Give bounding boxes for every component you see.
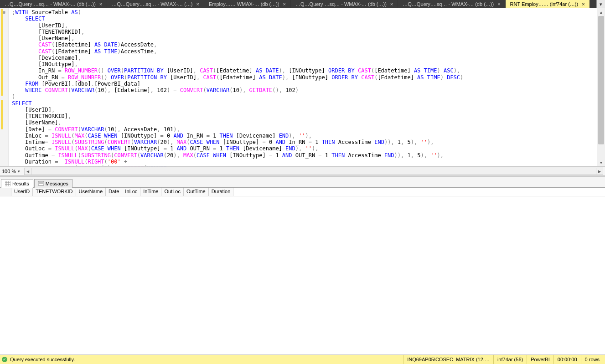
column-header[interactable]: InLoc (122, 188, 140, 196)
close-icon[interactable]: × (99, 1, 102, 7)
results-tabs: Results Messages (0, 177, 605, 188)
document-tab[interactable]: …Q…Query….sq… - WMAX-… (db (…))× (0, 0, 107, 8)
scroll-down-icon[interactable]: ▼ (597, 159, 605, 166)
tab-messages[interactable]: Messages (34, 179, 72, 188)
close-icon[interactable]: × (390, 1, 393, 7)
sql-editor[interactable]: ⊟ ;WITH SourceTable AS( SELECT [UserID],… (0, 8, 605, 167)
close-icon[interactable]: × (497, 1, 500, 7)
status-server: INQ69AP05\COSEC_MATRIX (12.… (403, 355, 493, 364)
column-header[interactable]: TENETWORKID (33, 188, 76, 196)
results-grid-body[interactable] (0, 196, 605, 354)
editor-footer: 100 %▼ ◀ ▶ (0, 167, 605, 175)
results-grid-header: UserID TENETWORKID UserName Date InLoc I… (0, 188, 605, 196)
close-icon[interactable]: × (196, 1, 199, 7)
chevron-down-icon: ▼ (17, 169, 21, 174)
vertical-scrollbar[interactable]: ▲ ▼ (597, 8, 605, 166)
fold-toggle-icon[interactable]: ⊟ (3, 9, 5, 15)
svg-rect-0 (5, 181, 10, 186)
document-tab-active[interactable]: RNT Employ…… (inf74ar (…))× (506, 0, 590, 8)
document-tab[interactable]: …Q…Query….sq… - WMAX-… (db (…))× (398, 0, 505, 8)
column-header[interactable]: UserName (76, 188, 106, 196)
column-header[interactable]: Duration (209, 188, 234, 196)
scroll-left-icon[interactable]: ◀ (25, 168, 31, 174)
grid-icon (5, 181, 10, 186)
column-header[interactable]: OutLoc (161, 188, 183, 196)
column-header[interactable]: OutTime (184, 188, 209, 196)
status-elapsed: 00:00:00 (553, 355, 581, 364)
document-tabbar: …Q…Query….sq… - WMAX-… (db (…))× …Q…Quer… (0, 0, 605, 8)
status-database: PowerBI (527, 355, 553, 364)
scroll-right-icon[interactable]: ▶ (596, 168, 603, 174)
messages-icon (38, 181, 44, 186)
column-header[interactable]: InTime (140, 188, 161, 196)
close-icon[interactable]: × (283, 1, 286, 7)
document-tab[interactable]: …Q…Query….sq… - WMAX-… (…)× (107, 0, 204, 8)
scrollbar-thumb[interactable] (598, 16, 604, 144)
column-header[interactable]: UserID (11, 188, 33, 196)
status-message: Query executed successfully. (10, 357, 75, 362)
close-icon[interactable]: × (582, 1, 584, 7)
tab-overflow-button[interactable]: ▾ (596, 0, 605, 8)
tab-results[interactable]: Results (1, 179, 33, 188)
scroll-up-icon[interactable]: ▲ (597, 8, 605, 16)
document-tab[interactable]: Employ…… WMAX-… (db (…))× (204, 0, 291, 8)
success-icon: ✓ (2, 357, 7, 362)
code-area[interactable]: ;WITH SourceTable AS( SELECT [UserID], [… (9, 8, 597, 166)
document-tab[interactable]: …Q…Query….sq… - WMAX-… (db (…))× (291, 0, 398, 8)
statusbar: ✓ Query executed successfully. INQ69AP05… (0, 354, 605, 364)
zoom-dropdown[interactable]: 100 %▼ (0, 169, 22, 174)
status-user: inf74ar (56) (493, 355, 527, 364)
column-header[interactable]: Date (106, 188, 122, 196)
row-header-corner (0, 188, 11, 196)
horizontal-scrollbar[interactable]: ◀ ▶ (24, 168, 603, 175)
status-rowcount: 0 rows (581, 355, 603, 364)
